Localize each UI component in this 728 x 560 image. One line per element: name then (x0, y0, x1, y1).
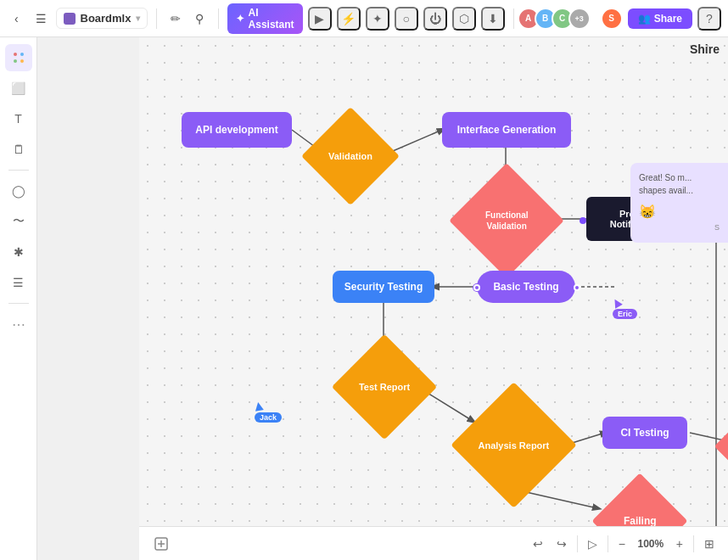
divider-2 (218, 8, 219, 29)
node-functional-validation[interactable]: FunctionalValidation (466, 180, 547, 261)
power-icon[interactable]: ⏻ (423, 7, 447, 31)
node-analysis-report[interactable]: Analysis Report (469, 400, 558, 490)
cursor-tool-button[interactable]: ▷ (585, 534, 601, 554)
add-frame-button[interactable] (149, 532, 173, 556)
svg-line-16 (387, 130, 442, 154)
fit-view-button[interactable]: ⊞ (701, 534, 718, 554)
sp-draw-btn[interactable]: 〜 (5, 208, 32, 235)
node-basic-testing[interactable]: Basic Testing (477, 271, 575, 303)
side-panel: ⬜ T 🗒 ◯ 〜 ✱ ☰ ⋯ (0, 37, 37, 560)
avatar-count: +3 (568, 8, 591, 30)
side-popup-text: Great! So m...shapes avail... (639, 171, 720, 197)
redo-button[interactable]: ↪ (553, 534, 570, 554)
share-button[interactable]: 👥 Share (628, 8, 692, 29)
star-icon[interactable]: ✦ (366, 7, 389, 31)
node-api-development[interactable]: API development (182, 112, 292, 148)
share-label: Share (654, 13, 682, 25)
cursor-jack: Jack (255, 402, 282, 423)
sp-table-btn[interactable]: ☰ (5, 269, 32, 296)
toolbar: ‹ ☰ Boardmlx ▾ ✏ ⚲ ✦ AI Assistant ▶ ⚡ ✦ … (0, 0, 728, 37)
menu-button[interactable]: ☰ (31, 7, 51, 31)
node-label: Interface Generation (457, 124, 557, 136)
logo-text: Boardmlx (81, 12, 132, 25)
node-ci-testing[interactable]: CI Testing (602, 417, 687, 449)
ai-assistant-button[interactable]: ✦ AI Assistant (227, 3, 303, 34)
sp-palette-btn[interactable] (5, 44, 32, 71)
side-popup: Great! So m...shapes avail... 😸 S (630, 163, 728, 243)
bottom-divider (577, 535, 578, 552)
node-label: Test Report (359, 382, 410, 392)
avatar-single: S (601, 8, 623, 30)
sp-connect-btn[interactable]: ◯ (5, 177, 32, 204)
cursor-eric: Eric (613, 299, 637, 319)
svg-point-1 (20, 53, 24, 56)
play-icon[interactable]: ▶ (308, 7, 332, 31)
node-label: Failing (624, 515, 657, 527)
connector-dot (574, 284, 580, 291)
zoom-in-button[interactable]: + (673, 534, 686, 554)
logo-chevron: ▾ (136, 14, 140, 23)
avatar-group: A B C +3 (523, 8, 591, 30)
bottom-bar: ↩ ↪ ▷ − 100% + ⊞ (139, 526, 728, 560)
undo-button[interactable]: ↩ (529, 534, 546, 554)
svg-point-0 (14, 53, 17, 56)
sp-more-btn[interactable]: ⋯ (5, 311, 32, 338)
svg-point-3 (20, 59, 24, 63)
download-icon[interactable]: ⬇ (481, 7, 505, 31)
sp-divider-1 (8, 170, 29, 171)
sp-note-btn[interactable]: 🗒 (5, 136, 32, 163)
sp-shapes-btn[interactable]: ⬜ (5, 75, 32, 102)
main-area: ⬜ T 🗒 ◯ 〜 ✱ ☰ ⋯ (0, 37, 728, 560)
toolbar-right: ▶ ⚡ ✦ ○ ⏻ ⬡ ⬇ A B C +3 S 👥 Share ? (308, 7, 721, 31)
node-label: FunctionalValidation (485, 210, 529, 232)
pen-button[interactable]: ✏ (165, 7, 185, 31)
side-popup-emoji: 😸 (639, 202, 720, 222)
divider-3 (513, 8, 514, 29)
bottom-divider3 (693, 535, 694, 552)
cursor-label-eric: Eric (613, 309, 637, 319)
ai-icon: ✦ (236, 13, 244, 25)
node-validation[interactable]: Validation (316, 121, 385, 191)
logo[interactable]: Boardmlx ▾ (56, 8, 148, 29)
sp-star2-btn[interactable]: ✱ (5, 238, 32, 266)
bottom-divider2 (608, 535, 608, 552)
node-label: Validation (328, 151, 372, 161)
zoom-out-button[interactable]: − (615, 534, 629, 554)
help-button[interactable]: ? (697, 7, 721, 31)
divider-1 (156, 8, 157, 29)
cursor-arrow-eric (611, 297, 623, 309)
hex-icon[interactable]: ⬡ (452, 7, 476, 31)
shire-label: Shire (690, 42, 720, 56)
cursor-label-jack: Jack (255, 412, 282, 423)
sp-text-btn[interactable]: T (5, 105, 32, 132)
search-button[interactable]: ⚲ (190, 7, 210, 31)
svg-point-2 (14, 59, 17, 63)
share-icon: 👥 (638, 13, 651, 25)
side-popup-user: S (639, 222, 720, 234)
node-label: CI Testing (620, 427, 669, 439)
canvas[interactable]: API development Validation Interface Gen… (139, 37, 728, 560)
zoom-level: 100% (636, 538, 666, 550)
logo-icon (64, 13, 76, 25)
ai-label: AI Assistant (249, 7, 294, 31)
sp-divider-2 (8, 303, 29, 304)
node-label: Security Testing (344, 281, 423, 293)
connector-dot-left (580, 217, 586, 224)
circle-icon[interactable]: ○ (395, 7, 418, 31)
node-security-testing[interactable]: Security Testing (333, 271, 434, 303)
cursor-arrow-jack (254, 401, 264, 412)
node-interface-generation[interactable]: Interface Generation (442, 112, 571, 148)
node-label: Analysis Report (479, 440, 550, 451)
back-button[interactable]: ‹ (7, 7, 26, 31)
connector-dot (473, 284, 480, 291)
node-test-report[interactable]: Test Report (347, 350, 422, 424)
node-label: Basic Testing (493, 281, 558, 293)
bolt-icon[interactable]: ⚡ (337, 7, 361, 31)
node-label: API development (195, 124, 277, 136)
